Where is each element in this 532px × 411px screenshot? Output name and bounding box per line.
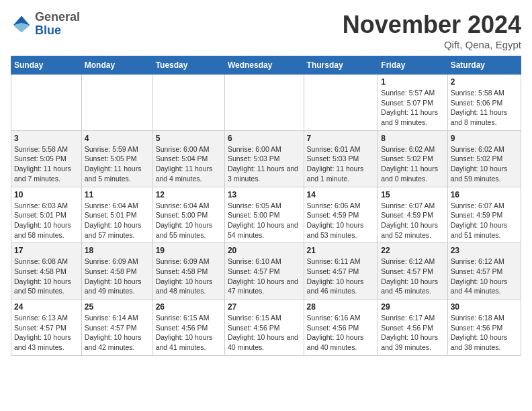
calendar-cell <box>81 75 152 131</box>
day-info: Sunrise: 6:17 AM Sunset: 4:56 PM Dayligh… <box>381 313 444 353</box>
day-number: 12 <box>156 190 222 199</box>
calendar-cell: 18Sunrise: 6:09 AM Sunset: 4:58 PM Dayli… <box>81 243 152 300</box>
day-info: Sunrise: 6:08 AM Sunset: 4:58 PM Dayligh… <box>14 257 79 296</box>
weekday-header: Friday <box>378 56 447 75</box>
calendar-week-row: 17Sunrise: 6:08 AM Sunset: 4:58 PM Dayli… <box>11 243 521 300</box>
day-number: 4 <box>85 134 150 143</box>
day-number: 1 <box>381 77 444 87</box>
day-number: 7 <box>307 134 375 143</box>
day-number: 19 <box>156 246 222 255</box>
calendar-cell: 10Sunrise: 6:03 AM Sunset: 5:01 PM Dayli… <box>11 187 82 243</box>
calendar-cell: 14Sunrise: 6:06 AM Sunset: 4:59 PM Dayli… <box>304 187 378 243</box>
month-title: November 2024 <box>343 11 521 39</box>
day-number: 10 <box>14 190 79 199</box>
calendar-cell: 11Sunrise: 6:04 AM Sunset: 5:01 PM Dayli… <box>81 187 152 243</box>
day-number: 23 <box>451 246 518 255</box>
day-number: 22 <box>381 246 444 255</box>
weekday-header: Saturday <box>447 56 521 75</box>
calendar-cell <box>304 75 378 131</box>
location: Qift, Qena, Egypt <box>343 39 521 50</box>
day-info: Sunrise: 6:02 AM Sunset: 5:02 PM Dayligh… <box>381 144 444 184</box>
day-number: 18 <box>85 246 150 255</box>
calendar-week-row: 3Sunrise: 5:58 AM Sunset: 5:05 PM Daylig… <box>11 130 521 187</box>
calendar-cell: 27Sunrise: 6:15 AM Sunset: 4:56 PM Dayli… <box>224 300 304 356</box>
day-number: 14 <box>307 190 375 199</box>
calendar-cell: 20Sunrise: 6:10 AM Sunset: 4:57 PM Dayli… <box>224 243 304 300</box>
day-info: Sunrise: 6:15 AM Sunset: 4:56 PM Dayligh… <box>156 313 222 353</box>
calendar-table: SundayMondayTuesdayWednesdayThursdayFrid… <box>11 56 521 356</box>
day-info: Sunrise: 5:58 AM Sunset: 5:06 PM Dayligh… <box>451 88 518 128</box>
title-area: November 2024 Qift, Qena, Egypt <box>343 11 521 50</box>
calendar-cell: 29Sunrise: 6:17 AM Sunset: 4:56 PM Dayli… <box>378 300 447 356</box>
day-number: 27 <box>228 302 301 312</box>
calendar-cell: 22Sunrise: 6:12 AM Sunset: 4:57 PM Dayli… <box>378 243 447 300</box>
weekday-header: Sunday <box>11 56 82 75</box>
calendar-week-row: 10Sunrise: 6:03 AM Sunset: 5:01 PM Dayli… <box>11 187 521 243</box>
day-info: Sunrise: 6:15 AM Sunset: 4:56 PM Dayligh… <box>228 313 301 353</box>
calendar-cell: 1Sunrise: 5:57 AM Sunset: 5:07 PM Daylig… <box>378 75 447 131</box>
day-info: Sunrise: 6:01 AM Sunset: 5:03 PM Dayligh… <box>307 144 375 184</box>
day-info: Sunrise: 6:00 AM Sunset: 5:03 PM Dayligh… <box>228 144 301 184</box>
day-info: Sunrise: 6:07 AM Sunset: 4:59 PM Dayligh… <box>381 201 444 240</box>
logo: General Blue <box>11 11 80 38</box>
calendar-cell <box>152 75 224 131</box>
calendar-cell: 28Sunrise: 6:16 AM Sunset: 4:56 PM Dayli… <box>304 300 378 356</box>
calendar-cell: 15Sunrise: 6:07 AM Sunset: 4:59 PM Dayli… <box>378 187 447 243</box>
day-number: 11 <box>85 190 150 199</box>
day-number: 9 <box>451 134 518 143</box>
day-number: 15 <box>381 190 444 199</box>
day-info: Sunrise: 6:09 AM Sunset: 4:58 PM Dayligh… <box>85 257 150 296</box>
day-number: 2 <box>451 77 518 87</box>
calendar-cell: 25Sunrise: 6:14 AM Sunset: 4:57 PM Dayli… <box>81 300 152 356</box>
day-info: Sunrise: 5:57 AM Sunset: 5:07 PM Dayligh… <box>381 88 444 128</box>
calendar-header: SundayMondayTuesdayWednesdayThursdayFrid… <box>11 56 521 75</box>
day-info: Sunrise: 6:14 AM Sunset: 4:57 PM Dayligh… <box>85 313 150 353</box>
day-number: 26 <box>156 302 222 312</box>
calendar-cell: 26Sunrise: 6:15 AM Sunset: 4:56 PM Dayli… <box>152 300 224 356</box>
day-number: 6 <box>228 134 301 143</box>
calendar-cell: 19Sunrise: 6:09 AM Sunset: 4:58 PM Dayli… <box>152 243 224 300</box>
calendar-cell: 30Sunrise: 6:18 AM Sunset: 4:56 PM Dayli… <box>447 300 521 356</box>
calendar-cell: 23Sunrise: 6:12 AM Sunset: 4:57 PM Dayli… <box>447 243 521 300</box>
calendar-cell: 5Sunrise: 6:00 AM Sunset: 5:04 PM Daylig… <box>152 130 224 187</box>
weekday-header: Tuesday <box>152 56 224 75</box>
calendar-cell: 3Sunrise: 5:58 AM Sunset: 5:05 PM Daylig… <box>11 130 82 187</box>
calendar-cell: 7Sunrise: 6:01 AM Sunset: 5:03 PM Daylig… <box>304 130 378 187</box>
calendar-cell <box>224 75 304 131</box>
day-info: Sunrise: 5:59 AM Sunset: 5:05 PM Dayligh… <box>85 144 150 184</box>
calendar-cell: 2Sunrise: 5:58 AM Sunset: 5:06 PM Daylig… <box>447 75 521 131</box>
calendar-cell: 4Sunrise: 5:59 AM Sunset: 5:05 PM Daylig… <box>81 130 152 187</box>
day-number: 25 <box>85 302 150 312</box>
calendar-cell: 24Sunrise: 6:13 AM Sunset: 4:57 PM Dayli… <box>11 300 82 356</box>
day-info: Sunrise: 6:12 AM Sunset: 4:57 PM Dayligh… <box>381 257 444 296</box>
calendar-cell: 13Sunrise: 6:05 AM Sunset: 5:00 PM Dayli… <box>224 187 304 243</box>
day-info: Sunrise: 6:07 AM Sunset: 4:59 PM Dayligh… <box>451 201 518 240</box>
day-info: Sunrise: 6:10 AM Sunset: 4:57 PM Dayligh… <box>228 257 301 296</box>
day-number: 20 <box>228 246 301 255</box>
day-info: Sunrise: 6:09 AM Sunset: 4:58 PM Dayligh… <box>156 257 222 296</box>
day-number: 29 <box>381 302 444 312</box>
day-number: 24 <box>14 302 79 312</box>
logo-text: General Blue <box>35 11 80 38</box>
day-info: Sunrise: 6:04 AM Sunset: 5:01 PM Dayligh… <box>85 201 150 240</box>
day-number: 8 <box>381 134 444 143</box>
day-info: Sunrise: 6:16 AM Sunset: 4:56 PM Dayligh… <box>307 313 375 353</box>
day-number: 28 <box>307 302 375 312</box>
day-info: Sunrise: 6:12 AM Sunset: 4:57 PM Dayligh… <box>451 257 518 296</box>
calendar-week-row: 24Sunrise: 6:13 AM Sunset: 4:57 PM Dayli… <box>11 300 521 356</box>
weekday-header: Wednesday <box>224 56 304 75</box>
day-number: 30 <box>451 302 518 312</box>
day-number: 17 <box>14 246 79 255</box>
calendar-cell: 16Sunrise: 6:07 AM Sunset: 4:59 PM Dayli… <box>447 187 521 243</box>
header: General Blue November 2024 Qift, Qena, E… <box>11 11 521 50</box>
day-info: Sunrise: 6:02 AM Sunset: 5:02 PM Dayligh… <box>451 144 518 184</box>
calendar-week-row: 1Sunrise: 5:57 AM Sunset: 5:07 PM Daylig… <box>11 75 521 131</box>
calendar-cell: 21Sunrise: 6:11 AM Sunset: 4:57 PM Dayli… <box>304 243 378 300</box>
logo-icon <box>11 13 32 35</box>
day-info: Sunrise: 6:06 AM Sunset: 4:59 PM Dayligh… <box>307 201 375 240</box>
day-number: 3 <box>14 134 79 143</box>
day-info: Sunrise: 5:58 AM Sunset: 5:05 PM Dayligh… <box>14 144 79 184</box>
weekday-header: Thursday <box>304 56 378 75</box>
day-number: 13 <box>228 190 301 199</box>
calendar-cell: 9Sunrise: 6:02 AM Sunset: 5:02 PM Daylig… <box>447 130 521 187</box>
